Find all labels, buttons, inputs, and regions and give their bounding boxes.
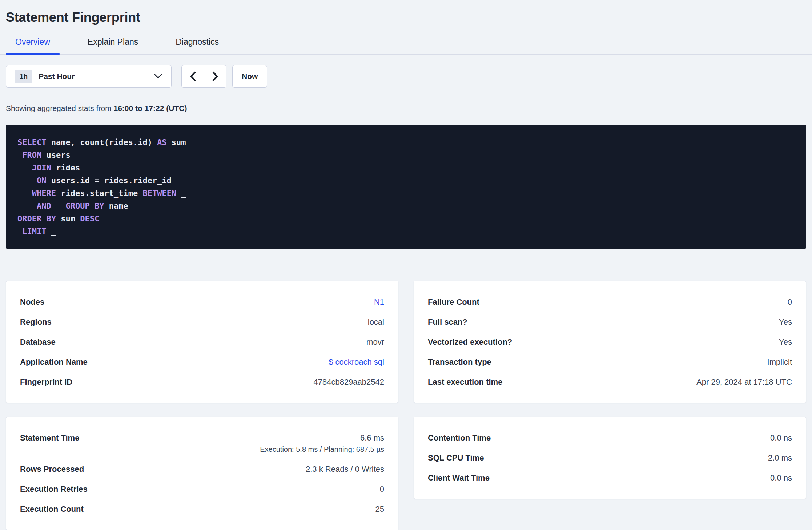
prev-time-button[interactable] xyxy=(182,65,204,87)
row-value-link[interactable]: $ cockroach sql xyxy=(329,357,384,366)
row-value: 0 xyxy=(788,297,792,306)
card-row: Execution Retries0 xyxy=(20,479,384,499)
row-value: 25 xyxy=(375,505,384,514)
chevron-right-icon xyxy=(210,71,220,82)
next-time-button[interactable] xyxy=(204,65,226,87)
tab-overview[interactable]: Overview xyxy=(6,31,60,54)
now-button[interactable]: Now xyxy=(232,65,267,88)
sql-text xyxy=(17,163,32,172)
card-row: Fingerprint ID4784cb829aab2542 xyxy=(20,372,384,392)
card-row: Application Name$ cockroach sql xyxy=(20,352,384,372)
row-subvalue: Execution: 5.8 ms / Planning: 687.5 µs xyxy=(260,445,384,454)
sql-line: ORDER BY sum DESC xyxy=(17,212,795,225)
time-controls: 1h Past Hour Now xyxy=(6,65,806,88)
row-value-wrap: $ cockroach sql xyxy=(329,357,384,366)
row-value-wrap: 0 xyxy=(380,485,384,494)
row-label: Failure Count xyxy=(428,297,479,306)
sql-line: WHERE rides.start_time BETWEEN _ xyxy=(17,187,795,200)
time-range-label: Past Hour xyxy=(39,72,75,81)
row-value-wrap: 2.0 ms xyxy=(768,453,792,462)
summary-prefix: Showing aggregated stats from xyxy=(6,104,114,112)
sql-keyword: SELECT xyxy=(17,138,46,147)
card-row: Databasemovr xyxy=(20,332,384,352)
sql-line: AND _ GROUP BY name xyxy=(17,200,795,212)
row-label: Rows Processed xyxy=(20,465,84,474)
sql-text: _ xyxy=(176,189,186,198)
row-value-wrap: 4784cb829aab2542 xyxy=(313,377,384,386)
row-value: 6.6 ms xyxy=(260,433,384,442)
card-row: Client Wait Time0.0 ns xyxy=(428,468,792,488)
tab-diagnostics[interactable]: Diagnostics xyxy=(166,31,228,54)
statement-fingerprint-page: Statement Fingerprint OverviewExplain Pl… xyxy=(0,9,812,530)
row-value: local xyxy=(368,317,384,326)
sql-keyword: AS xyxy=(157,138,167,147)
row-label: Database xyxy=(20,337,56,346)
card-row: Last execution timeApr 29, 2024 at 17:18… xyxy=(428,372,792,392)
row-value-wrap: 0.0 ns xyxy=(770,473,792,482)
row-value: Apr 29, 2024 at 17:18 UTC xyxy=(696,377,792,386)
row-value-wrap: local xyxy=(368,317,384,326)
sql-text: sum xyxy=(167,138,186,147)
sql-text xyxy=(17,189,32,198)
row-value-wrap: 6.6 msExecution: 5.8 ms / Planning: 687.… xyxy=(260,433,384,454)
row-label: Regions xyxy=(20,317,52,326)
cards-grid: NodesN1RegionslocalDatabasemovrApplicati… xyxy=(6,281,806,530)
sql-text xyxy=(17,201,37,210)
row-label: Contention Time xyxy=(428,433,491,442)
sql-text: _ xyxy=(46,227,56,236)
sql-text: name xyxy=(104,201,128,210)
row-value-wrap: Implicit xyxy=(767,357,792,366)
execution-attributes-rows: Failure Count0Full scan?YesVectorized ex… xyxy=(428,292,792,392)
row-label: Execution Count xyxy=(20,505,84,514)
summary-time-range: 16:00 to 17:22 (UTC) xyxy=(114,104,187,112)
row-value-wrap: 0 xyxy=(788,297,792,306)
time-range-dropdown[interactable]: 1h Past Hour xyxy=(6,65,172,88)
row-value: 2.3 k Reads / 0 Writes xyxy=(306,465,384,474)
row-label: SQL CPU Time xyxy=(428,453,484,462)
row-value: 0 xyxy=(380,485,384,494)
aggregated-stats-summary: Showing aggregated stats from 16:00 to 1… xyxy=(6,104,806,113)
card-row: Transaction typeImplicit xyxy=(428,352,792,372)
card-row: Regionslocal xyxy=(20,312,384,332)
sql-line: ON users.id = rides.rider_id xyxy=(17,174,795,187)
tab-list: OverviewExplain PlansDiagnostics xyxy=(6,31,806,54)
sql-line: LIMIT _ xyxy=(17,225,795,238)
timing-stats-card: Contention Time0.0 nsSQL CPU Time2.0 msC… xyxy=(414,417,806,499)
row-label: Full scan? xyxy=(428,317,467,326)
sql-text: users.id = rides.rider_id xyxy=(46,176,171,185)
row-value-wrap: N1 xyxy=(374,297,384,306)
row-value-wrap: 2.3 k Reads / 0 Writes xyxy=(306,465,384,474)
sql-text xyxy=(17,150,22,160)
tab-explain-plans[interactable]: Explain Plans xyxy=(78,31,148,54)
page-title: Statement Fingerprint xyxy=(6,9,806,25)
sql-text: name, count(rides.id) xyxy=(46,138,157,147)
row-label: Vectorized execution? xyxy=(428,337,512,346)
sql-line: FROM users xyxy=(17,149,795,161)
sql-keyword: ON xyxy=(37,176,47,185)
chevron-down-icon xyxy=(154,73,162,79)
sql-text: rides.start_time xyxy=(56,189,142,198)
card-row: Vectorized execution?Yes xyxy=(428,332,792,352)
row-value-wrap: 0.0 ns xyxy=(770,433,792,442)
sql-keyword: JOIN xyxy=(32,163,51,172)
tab-bar: OverviewExplain PlansDiagnostics xyxy=(0,31,812,55)
time-nav-button-group xyxy=(181,65,226,88)
sql-text xyxy=(17,227,22,236)
row-value-wrap: Yes xyxy=(779,317,792,326)
statement-stats-rows: Statement Time6.6 msExecution: 5.8 ms / … xyxy=(20,428,384,519)
sql-keyword: WHERE xyxy=(32,189,56,198)
sql-text: users xyxy=(41,150,70,160)
sql-keyword: AND xyxy=(37,201,51,210)
card-row: Failure Count0 xyxy=(428,292,792,312)
sql-line: JOIN rides xyxy=(17,161,795,174)
row-value-link[interactable]: N1 xyxy=(374,297,384,306)
row-value: Yes xyxy=(779,337,792,346)
sql-statement-block: SELECT name, count(rides.id) AS sum FROM… xyxy=(6,125,806,249)
statement-details-card: NodesN1RegionslocalDatabasemovrApplicati… xyxy=(6,281,398,403)
row-label: Execution Retries xyxy=(20,485,88,494)
execution-attributes-card: Failure Count0Full scan?YesVectorized ex… xyxy=(414,281,806,403)
statement-stats-card: Statement Time6.6 msExecution: 5.8 ms / … xyxy=(6,417,398,530)
row-value: 0.0 ns xyxy=(770,473,792,482)
row-value: 2.0 ms xyxy=(768,453,792,462)
card-row: SQL CPU Time2.0 ms xyxy=(428,448,792,468)
